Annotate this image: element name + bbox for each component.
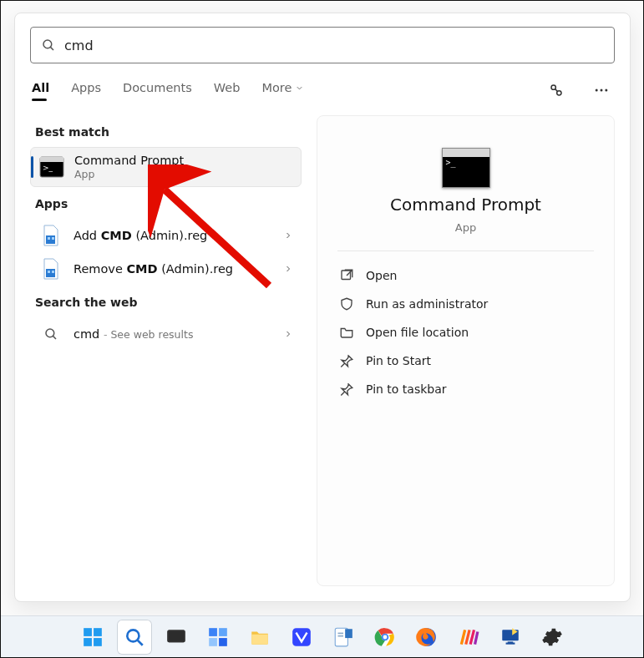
search-box[interactable] [30, 27, 615, 63]
search-row [15, 13, 630, 70]
chevron-right-icon [283, 230, 293, 240]
svg-rect-15 [52, 271, 54, 273]
svg-rect-28 [209, 628, 217, 636]
result-title: Add CMD (Admin).reg [74, 228, 273, 243]
result-title: Command Prompt [74, 153, 292, 168]
regfile-icon [38, 257, 63, 281]
firefox[interactable] [409, 620, 444, 655]
taskbar-app-stripes[interactable] [451, 620, 486, 655]
svg-text:>_: >_ [43, 164, 53, 172]
results-column: Best match >_ Command Prompt App Apps [30, 115, 302, 586]
tab-more[interactable]: More [261, 81, 304, 99]
search-panel: All Apps Documents Web More Best match [14, 13, 631, 602]
regfile-icon [38, 224, 63, 247]
svg-point-0 [43, 40, 52, 48]
action-run-admin[interactable]: Run as administrator [337, 290, 594, 318]
svg-point-5 [601, 89, 603, 92]
action-pin-start[interactable]: Pin to Start [337, 347, 594, 375]
folder-icon [339, 325, 354, 340]
svg-rect-12 [52, 237, 54, 240]
chevron-down-icon [295, 84, 304, 93]
taskbar-app-2[interactable] [326, 620, 361, 655]
svg-rect-37 [337, 635, 343, 636]
task-view[interactable] [159, 620, 194, 655]
tab-documents[interactable]: Documents [123, 81, 192, 99]
chrome[interactable] [368, 620, 403, 655]
file-explorer[interactable] [242, 620, 277, 655]
result-title: cmd - See web results [74, 326, 273, 342]
section-web: Search the web [35, 296, 297, 309]
widgets[interactable] [200, 620, 236, 655]
svg-point-3 [557, 91, 561, 95]
action-open[interactable]: Open [337, 261, 594, 290]
result-title: Remove CMD (Admin).reg [74, 261, 273, 276]
svg-rect-21 [94, 628, 102, 636]
start-button[interactable] [75, 620, 110, 655]
tab-web[interactable]: Web [214, 81, 241, 99]
svg-rect-18 [342, 271, 351, 280]
taskbar-app-1[interactable] [284, 620, 319, 655]
svg-point-40 [383, 635, 387, 639]
result-add-cmd-reg[interactable]: Add CMD (Admin).reg [30, 219, 302, 252]
tab-all[interactable]: All [32, 81, 49, 99]
preview-pane: Command Prompt App Open Run as administr… [317, 115, 615, 586]
svg-point-6 [605, 89, 607, 92]
svg-point-24 [127, 630, 139, 641]
svg-rect-20 [84, 628, 92, 636]
svg-rect-23 [94, 638, 102, 646]
action-label: Run as administrator [366, 297, 488, 311]
filter-tabs: All Apps Documents Web More [15, 70, 630, 110]
svg-point-16 [46, 329, 54, 337]
chevron-right-icon [283, 329, 293, 339]
taskbar-app-monitor[interactable] [493, 620, 528, 655]
svg-rect-32 [251, 634, 268, 644]
section-best-match: Best match [35, 125, 297, 139]
action-label: Pin to Start [366, 354, 431, 367]
action-open-location[interactable]: Open file location [337, 318, 594, 347]
pin-icon [339, 382, 354, 397]
taskbar [1, 615, 643, 657]
open-icon [339, 268, 354, 283]
chevron-right-icon [283, 264, 293, 274]
tab-apps[interactable]: Apps [71, 81, 101, 99]
svg-line-17 [53, 336, 56, 339]
search-settings-icon[interactable] [545, 78, 568, 102]
terminal-icon [442, 148, 490, 188]
svg-rect-31 [219, 638, 227, 646]
action-label: Pin to taskbar [366, 382, 447, 396]
search-icon [41, 38, 56, 53]
more-options-icon[interactable] [590, 78, 613, 102]
svg-rect-29 [219, 628, 227, 636]
svg-point-2 [551, 85, 555, 89]
svg-rect-22 [84, 638, 92, 646]
svg-line-1 [50, 47, 53, 50]
action-pin-taskbar[interactable]: Pin to taskbar [337, 375, 594, 403]
result-web-cmd[interactable]: cmd - See web results [30, 317, 302, 351]
svg-rect-11 [48, 237, 50, 240]
action-label: Open [366, 269, 397, 282]
section-apps: Apps [35, 197, 297, 210]
svg-rect-8 [40, 157, 63, 162]
settings[interactable] [535, 620, 570, 655]
taskbar-search[interactable] [117, 620, 152, 655]
preview-title: Command Prompt [390, 195, 541, 215]
action-label: Open file location [366, 326, 469, 339]
svg-point-4 [596, 89, 598, 92]
svg-rect-36 [337, 632, 343, 634]
svg-rect-26 [168, 630, 185, 641]
preview-subtitle: App [455, 221, 476, 234]
pin-icon [339, 353, 354, 368]
shield-icon [339, 296, 354, 311]
terminal-icon: >_ [39, 155, 64, 179]
svg-rect-14 [48, 271, 50, 273]
tab-more-label: More [261, 81, 292, 94]
svg-rect-30 [209, 638, 217, 646]
svg-rect-35 [345, 629, 352, 638]
result-remove-cmd-reg[interactable]: Remove CMD (Admin).reg [30, 252, 302, 286]
result-command-prompt[interactable]: >_ Command Prompt App [30, 147, 302, 187]
action-list: Open Run as administrator Open file loca… [337, 261, 594, 403]
svg-line-25 [137, 640, 142, 645]
result-subtitle: App [74, 168, 292, 181]
search-input[interactable] [64, 38, 604, 53]
search-icon [38, 322, 63, 346]
